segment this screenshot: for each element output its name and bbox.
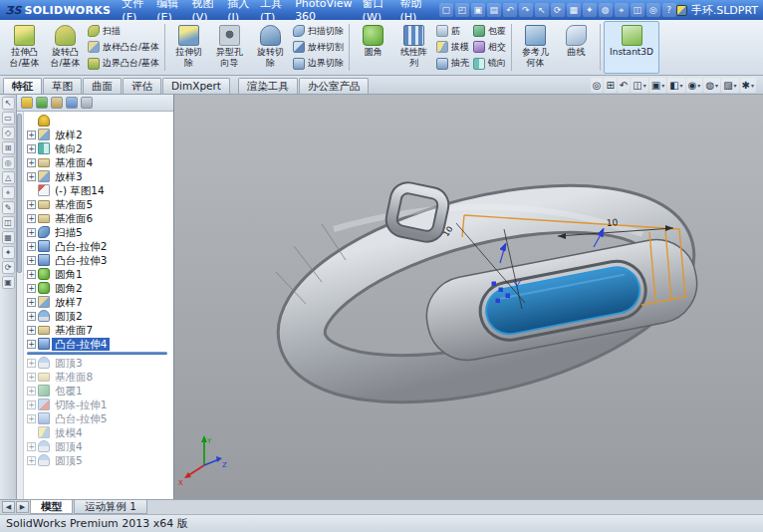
- hide-show-items-button[interactable]: ◉▾: [686, 78, 703, 93]
- swept-cut-button[interactable]: 扫描切除: [293, 24, 344, 39]
- zoom-icon[interactable]: ◎: [646, 3, 660, 17]
- tree-item[interactable]: +圆顶4: [24, 439, 173, 453]
- open-icon[interactable]: ◰: [455, 3, 469, 17]
- propertymanager-icon[interactable]: [36, 97, 48, 109]
- fillet-button[interactable]: 圆角: [353, 21, 393, 74]
- boundary-cut-button[interactable]: 边界切除: [293, 56, 344, 71]
- previous-view-button[interactable]: ↶: [618, 78, 630, 93]
- revolved-boss-button[interactable]: 旋转凸 台/基体: [45, 21, 86, 74]
- tree-item[interactable]: +圆顶2: [24, 309, 173, 323]
- section-icon[interactable]: ◫: [631, 3, 644, 17]
- extruded-boss-button[interactable]: 拉伸凸 台/基体: [4, 21, 45, 74]
- edit-appearance-button[interactable]: ◍▾: [703, 78, 720, 93]
- tree-scrollbar[interactable]: [17, 112, 24, 499]
- expand-icon[interactable]: +: [27, 326, 36, 335]
- swept-boss-button[interactable]: 扫描: [88, 24, 159, 39]
- tree-item-label[interactable]: 圆顶5: [52, 454, 86, 467]
- tree-item[interactable]: +圆角2: [24, 281, 173, 295]
- file-properties-icon[interactable]: ▦: [567, 3, 581, 17]
- print-icon[interactable]: ▤: [487, 3, 501, 17]
- tree-item[interactable]: [24, 114, 173, 128]
- tree-item[interactable]: +凸台-拉伸2: [24, 239, 173, 253]
- expand-icon[interactable]: +: [27, 284, 36, 293]
- tree-item-label[interactable]: 基准面7: [52, 324, 96, 337]
- rib-button[interactable]: 筋: [436, 24, 469, 39]
- measure-icon[interactable]: ⌖: [615, 3, 629, 17]
- tree-item-label[interactable]: 放样2: [52, 129, 86, 141]
- extruded-cut-button[interactable]: 拉伸切 除: [168, 21, 209, 74]
- left-toolbar-icon[interactable]: ✦: [2, 246, 15, 259]
- expand-icon[interactable]: +: [27, 256, 36, 265]
- left-toolbar-icon[interactable]: ▣: [2, 276, 15, 289]
- tab-surfaces[interactable]: 曲面: [83, 78, 122, 94]
- tree-item-label[interactable]: 包覆1: [52, 385, 86, 398]
- tree-item[interactable]: +圆角1: [24, 267, 173, 281]
- tree-item-label[interactable]: 镜向2: [52, 142, 86, 155]
- tab-model[interactable]: 模型: [30, 500, 73, 514]
- tab-sketch[interactable]: 草图: [43, 78, 82, 94]
- mirror-button[interactable]: 镜向: [473, 56, 506, 71]
- left-toolbar-icon[interactable]: ⊞: [2, 141, 15, 154]
- expand-icon[interactable]: +: [27, 270, 36, 279]
- undo-icon[interactable]: ↶: [503, 3, 517, 17]
- graphics-viewport[interactable]: 10 10: [174, 95, 763, 499]
- tree-item[interactable]: +镜向2: [24, 141, 173, 155]
- view-settings-button[interactable]: ✱▾: [740, 78, 756, 93]
- left-toolbar-icon[interactable]: ↖: [2, 97, 15, 110]
- expand-icon[interactable]: +: [27, 200, 36, 209]
- expand-icon[interactable]: +: [27, 298, 36, 307]
- tree-item-label[interactable]: (-) 草图14: [52, 184, 108, 197]
- left-toolbar-icon[interactable]: ▦: [2, 231, 15, 244]
- featuremanager-tree-icon[interactable]: [21, 97, 33, 109]
- tree-item-label[interactable]: 基准面5: [52, 198, 96, 211]
- wrap-button[interactable]: 包覆: [473, 24, 506, 39]
- options-icon[interactable]: ✦: [583, 3, 597, 17]
- lofted-cut-button[interactable]: 放样切割: [293, 40, 344, 55]
- left-toolbar-icon[interactable]: ✎: [2, 201, 15, 214]
- apply-scene-button[interactable]: ▨▾: [721, 78, 738, 93]
- curves-button[interactable]: 曲线: [556, 21, 597, 74]
- left-toolbar-icon[interactable]: ⟳: [2, 261, 15, 274]
- tab-office-products[interactable]: 办公室产品: [299, 78, 370, 94]
- hole-wizard-button[interactable]: 异型孔 向导: [209, 21, 250, 74]
- reference-geometry-button[interactable]: 参考几 何体: [515, 21, 556, 74]
- view-orientation-button[interactable]: ▣▾: [649, 78, 666, 93]
- tree-item[interactable]: +基准面6: [24, 211, 173, 225]
- expand-icon[interactable]: +: [27, 414, 36, 423]
- expand-icon[interactable]: +: [27, 228, 36, 237]
- tree-item[interactable]: +放样7: [24, 295, 173, 309]
- lofted-boss-button[interactable]: 放样凸台/基体: [88, 40, 159, 55]
- expand-icon[interactable]: +: [27, 131, 36, 139]
- left-toolbar-icon[interactable]: ◫: [2, 216, 15, 229]
- tree-item[interactable]: +包覆1: [24, 384, 173, 398]
- tree-item-label[interactable]: 基准面4: [52, 156, 96, 169]
- expand-icon[interactable]: +: [27, 359, 36, 368]
- save-icon[interactable]: ▣: [471, 3, 485, 17]
- left-toolbar-icon[interactable]: ◇: [2, 127, 15, 139]
- tree-item-label[interactable]: 圆顶3: [52, 357, 86, 370]
- tree-item-label[interactable]: 圆角1: [52, 268, 86, 281]
- tree-item[interactable]: +基准面7: [24, 323, 173, 337]
- display-style-button[interactable]: ◧▾: [667, 78, 684, 93]
- scroll-right-button[interactable]: ▶: [16, 501, 29, 513]
- expand-icon[interactable]: +: [27, 387, 36, 396]
- intersect-button[interactable]: 相交: [473, 40, 506, 55]
- dimxpertmanager-icon[interactable]: [66, 97, 78, 109]
- expand-icon[interactable]: +: [27, 242, 36, 251]
- left-toolbar-icon[interactable]: ⌖: [2, 186, 15, 199]
- expand-icon[interactable]: +: [27, 442, 36, 451]
- boundary-boss-button[interactable]: 边界凸台/基体: [88, 56, 159, 71]
- tab-motion-study[interactable]: 运动算例 1: [74, 500, 147, 514]
- revolved-cut-button[interactable]: 旋转切 除: [250, 21, 291, 74]
- expand-icon[interactable]: +: [27, 456, 36, 465]
- tree-item-label[interactable]: 凸台-拉伸3: [52, 254, 110, 267]
- zoom-fit-button[interactable]: ◎: [591, 78, 604, 93]
- tree-item[interactable]: +圆顶5: [24, 453, 173, 467]
- expand-icon[interactable]: +: [27, 158, 36, 167]
- instant3d-button[interactable]: Instant3D: [604, 21, 659, 74]
- tree-item[interactable]: +基准面8: [24, 370, 173, 384]
- scrollbar-thumb[interactable]: [17, 114, 22, 273]
- linear-pattern-button[interactable]: 线性阵 列: [393, 21, 434, 74]
- expand-icon[interactable]: +: [27, 144, 36, 153]
- tree-item[interactable]: +扫描5: [24, 225, 173, 239]
